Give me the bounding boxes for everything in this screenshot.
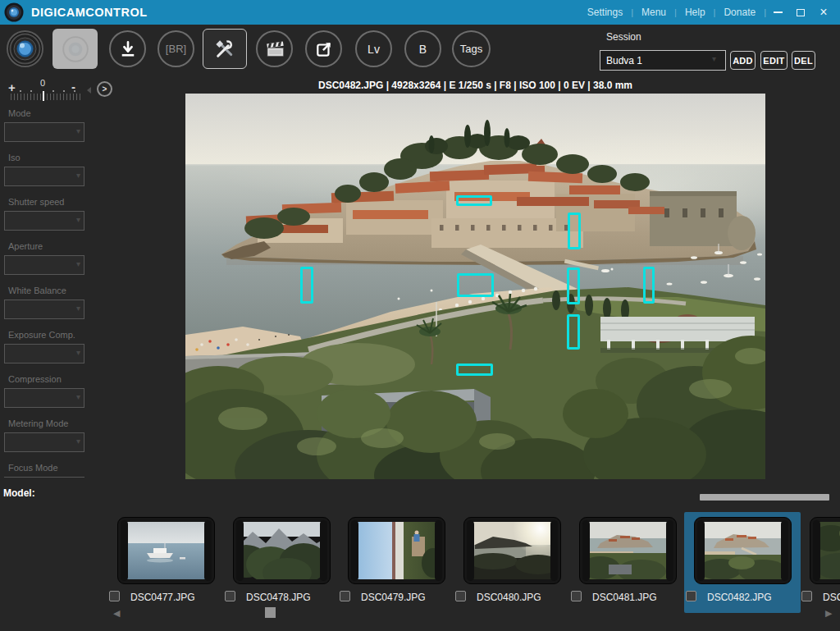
thumbnail-frame[interactable] — [810, 517, 840, 584]
menu-help[interactable]: Help — [677, 7, 714, 18]
thumbnail-frame[interactable] — [117, 517, 215, 584]
slider-dot — [30, 90, 32, 92]
chevron-down-icon: ▾ — [76, 215, 80, 224]
thumbnail-checkbox[interactable] — [455, 591, 466, 601]
filmstrip-next-button[interactable]: ▶ — [825, 608, 832, 619]
camera-settings-panel: Mode▾Iso▾Shutter speed▾Aperture▾White Ba… — [4, 108, 89, 488]
thumbnail-photo — [122, 522, 210, 579]
chevron-down-icon: ▾ — [76, 171, 80, 180]
maximize-icon — [797, 9, 805, 16]
chevron-down-icon: ▾ — [76, 348, 80, 357]
zoom-slider-handle[interactable] — [43, 91, 44, 101]
download-icon — [119, 40, 137, 58]
thumbnail-frame[interactable] — [348, 517, 445, 584]
frame-edge — [467, 520, 474, 581]
titlebar: DIGICAMCONTROL Settings | Menu | Help | … — [0, 0, 840, 25]
session-input[interactable] — [600, 50, 726, 71]
sidebar-field-dropdown[interactable]: ▾ — [4, 122, 84, 142]
minimize-icon — [774, 11, 783, 13]
thumbnail-photo — [353, 522, 441, 579]
thumbnail-checkbox[interactable] — [340, 591, 350, 601]
thumbnail-photo — [584, 522, 672, 579]
frame-edge — [320, 520, 327, 581]
frame-edge — [435, 520, 442, 581]
menu-settings[interactable]: Settings — [579, 7, 631, 18]
thumbnail-frame[interactable] — [463, 517, 561, 584]
export-button[interactable] — [305, 30, 342, 67]
sidebar-field-dropdown[interactable]: ▾ — [4, 255, 84, 275]
slider-dot — [74, 90, 75, 92]
slider-dot — [20, 90, 21, 92]
sidebar-field-dropdown[interactable]: ▾ — [4, 477, 84, 478]
frame-edge — [813, 520, 820, 581]
zoom-in-label[interactable]: + — [8, 80, 16, 94]
filmstrip-item[interactable]: DSC0479.JPG — [338, 512, 454, 613]
camera-lens-icon — [8, 32, 42, 66]
download-button[interactable] — [109, 30, 146, 67]
filmstrip-item[interactable]: DSC0483.JPG — [800, 512, 840, 613]
zoom-slider-track[interactable] — [11, 94, 81, 100]
thumbnail-checkbox[interactable] — [109, 591, 120, 601]
sidebar-field-dropdown[interactable]: ▾ — [4, 432, 84, 452]
bulb-label: B — [419, 43, 427, 56]
image-info-caption: DSC0482.JPG | 4928x3264 | E 1/250 s | F8… — [185, 80, 765, 91]
chevron-down-icon: ▾ — [76, 437, 80, 446]
main-photo — [185, 94, 765, 479]
thumbnail-filename: DSC0480.JPG — [477, 592, 541, 603]
chevron-right-icon: > — [103, 85, 107, 94]
thumbnail-photo — [238, 522, 326, 579]
thumbnail-checkbox[interactable] — [686, 591, 696, 601]
close-icon: × — [819, 6, 827, 19]
close-button[interactable]: × — [812, 0, 835, 25]
chevron-down-icon: ▾ — [76, 304, 80, 313]
filmstrip-item[interactable]: DSC0478.JPG — [223, 512, 340, 613]
sidebar-field-dropdown[interactable]: ▾ — [4, 167, 84, 186]
filmstrip-prev-button[interactable]: ◀ — [113, 608, 120, 619]
filmstrip-scrollbar[interactable] — [700, 494, 829, 501]
thumbnail-photo — [468, 522, 556, 579]
filmstrip-item[interactable]: DSC0481.JPG — [569, 512, 686, 613]
capture-no-af-button-disabled — [52, 29, 98, 69]
sidebar-field-label: Compression — [8, 374, 89, 386]
sidebar-field-label: Shutter speed — [8, 197, 89, 208]
bracketing-button[interactable]: [BR] — [158, 30, 194, 67]
liveview-button[interactable]: Lv — [355, 30, 392, 67]
menu-menu[interactable]: Menu — [633, 7, 674, 18]
frame-edge — [236, 520, 244, 581]
tags-label: Tags — [460, 43, 482, 55]
tools-button-active[interactable] — [203, 29, 247, 69]
frame-edge — [550, 520, 558, 581]
menu-donate[interactable]: Donate — [715, 7, 764, 18]
filmstrip-scroll-thumb[interactable] — [265, 607, 276, 618]
bulb-button[interactable]: B — [404, 30, 441, 67]
sidebar-field-label: White Balance — [8, 286, 89, 297]
thumbnail-checkbox[interactable] — [801, 591, 812, 601]
minimize-button[interactable] — [766, 0, 789, 25]
sidebar-field-dropdown[interactable]: ▾ — [4, 344, 84, 364]
maximize-button[interactable] — [789, 0, 812, 25]
chevron-down-icon: ▾ — [76, 126, 80, 135]
timelapse-button[interactable] — [256, 30, 293, 67]
sidebar-field-dropdown[interactable]: ▾ — [4, 211, 84, 231]
session-add-button[interactable]: ADD — [730, 51, 756, 70]
tags-button[interactable]: Tags — [452, 30, 491, 67]
thumbnail-checkbox[interactable] — [571, 591, 582, 601]
liveview-label: Lv — [368, 43, 380, 56]
thumbnail-frame[interactable] — [694, 517, 792, 584]
capture-button[interactable] — [7, 30, 43, 67]
app-title: DIGICAMCONTROL — [31, 0, 148, 25]
digicamcontrol-window: DIGICAMCONTROL Settings | Menu | Help | … — [0, 0, 840, 631]
sidebar-field-dropdown[interactable]: ▾ — [4, 299, 84, 319]
thumbnail-frame[interactable] — [233, 517, 331, 584]
session-edit-button[interactable]: EDIT — [760, 51, 788, 70]
filmstrip-item[interactable]: DSC0480.JPG — [454, 512, 570, 613]
filmstrip-item[interactable]: DSC0477.JPG — [107, 512, 224, 613]
sidebar-field-dropdown[interactable]: ▾ — [4, 388, 84, 408]
expand-panel-button[interactable]: > — [97, 81, 112, 97]
thumbnail-checkbox[interactable] — [225, 591, 235, 601]
sidebar-field-label: Focus Mode — [8, 463, 89, 474]
session-del-button[interactable]: DEL — [792, 51, 815, 70]
thumbnail-filename: DSC0482.JPG — [707, 592, 772, 603]
filmstrip-item-selected[interactable]: DSC0482.JPG — [684, 512, 801, 613]
thumbnail-frame[interactable] — [579, 517, 677, 584]
